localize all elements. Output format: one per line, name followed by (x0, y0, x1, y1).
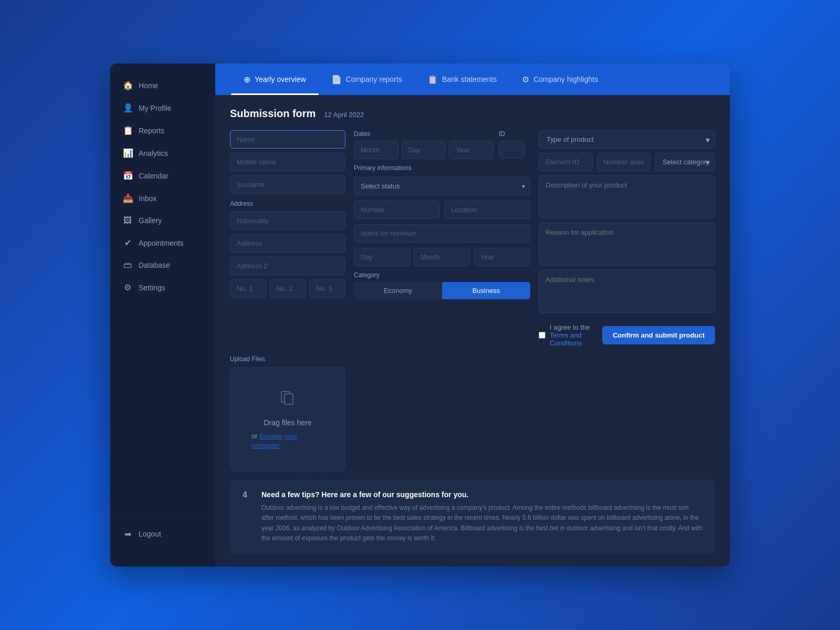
birth-date-inputs (354, 248, 530, 266)
tab-yearly-overview[interactable]: ⊕ Yearly overview (231, 64, 319, 95)
element-id-input[interactable] (539, 153, 593, 171)
upload-label: Upload Files (230, 355, 345, 363)
sidebar-item-analytics[interactable]: 📊 Analytics (110, 142, 215, 164)
upload-icon (277, 388, 298, 414)
left-column: Address (230, 130, 345, 347)
dates-id-row: Dates ID (354, 130, 530, 159)
month-input[interactable] (354, 141, 398, 159)
company-highlights-icon: ⚙ (522, 75, 529, 85)
type-select[interactable]: Type of product Digital Physical (539, 130, 715, 149)
analytics-icon: 📊 (123, 148, 132, 158)
bank-statements-icon: 📋 (427, 75, 438, 85)
terms-link[interactable]: Terms and Conditions (550, 331, 582, 347)
tab-company-highlights[interactable]: ⚙ Company highlights (509, 64, 611, 95)
yearly-overview-icon: ⊕ (244, 75, 250, 85)
address2-input[interactable] (230, 257, 345, 275)
sidebar-label-analytics: Analytics (139, 149, 168, 158)
sidebar-item-gallery[interactable]: 🖼 Gallery (110, 209, 215, 232)
category-section: Category Economy Business (354, 271, 530, 299)
no3-input[interactable] (309, 279, 345, 298)
name-input[interactable] (230, 130, 345, 149)
economy-button[interactable]: Economy (354, 282, 442, 299)
year-input[interactable] (449, 141, 494, 159)
primary-info-label: Primary informations (354, 164, 530, 172)
sidebar-item-inbox[interactable]: 📥 Inbox (110, 187, 215, 209)
upload-section: Upload Files Drag files here or Browse y… (230, 355, 345, 471)
tab-bank-statements-label: Bank statements (442, 75, 497, 83)
type-select-wrapper[interactable]: Type of product Digital Physical (539, 130, 715, 149)
nums-row (230, 279, 345, 298)
tips-number: 4 (243, 490, 253, 543)
terms-text: I agree to the Terms and Conditions (550, 323, 594, 347)
sidebar-item-home[interactable]: 🏠 Home (110, 74, 215, 97)
sidebar-item-reports[interactable]: 📋 Reports (110, 119, 215, 142)
main-content: ⊕ Yearly overview 📄 Company reports 📋 Ba… (215, 64, 730, 566)
category-buttons: Economy Business (354, 282, 530, 299)
address-section-label: Address (230, 200, 345, 207)
reason-textarea[interactable] (539, 223, 715, 266)
id-box (499, 141, 525, 159)
nationality-input[interactable] (230, 212, 345, 230)
sidebar-item-settings[interactable]: ⚙ Settings (110, 276, 215, 299)
gallery-icon: 🖼 (123, 216, 132, 225)
sidebar-label-settings: Settings (139, 284, 165, 292)
status-select-wrapper[interactable]: Select status Active Inactive (354, 177, 530, 195)
category-select[interactable]: Select category Category 1 (655, 153, 715, 171)
status-select[interactable]: Select status Active Inactive (354, 177, 530, 195)
category-label: Category (354, 271, 530, 279)
sidebar-item-calendar[interactable]: 📅 Calendar (110, 164, 215, 187)
sidebar-item-appointments[interactable]: ✔ Appointments (110, 232, 215, 254)
upload-area[interactable]: Drag files here or Browse your computer (230, 367, 345, 471)
profile-icon: 👤 (123, 103, 132, 113)
tab-company-highlights-label: Company highlights (533, 75, 598, 83)
database-icon: 🗃 (123, 260, 132, 270)
location-input[interactable] (444, 201, 530, 219)
tab-yearly-overview-label: Yearly overview (255, 75, 306, 83)
sidebar-label-inbox: Inbox (139, 194, 156, 203)
id-group: ID (499, 130, 530, 159)
cat-select-wrapper[interactable]: Select category Category 1 (655, 153, 715, 171)
browse-row: or Browse your computer (251, 431, 324, 450)
form-date: 12 April 2022 (324, 111, 364, 119)
submit-button[interactable]: Confirm and submit product (602, 326, 715, 344)
right-column: Type of product Digital Physical Select … (539, 130, 715, 347)
tab-company-reports[interactable]: 📄 Company reports (319, 64, 415, 95)
sidebar-label-appointments: Appointments (139, 239, 184, 247)
no1-input[interactable] (230, 279, 266, 298)
number-associated-input[interactable] (597, 153, 651, 171)
birth-year-input[interactable] (474, 248, 530, 266)
notes-input[interactable] (354, 224, 530, 243)
no2-input[interactable] (269, 279, 306, 298)
num-loc-row (354, 201, 530, 219)
day-input[interactable] (402, 141, 446, 159)
logout-icon: ➡ (123, 529, 132, 539)
number-input[interactable] (354, 201, 440, 219)
birth-month-input[interactable] (414, 248, 470, 266)
logout-button[interactable]: ➡ Logout (110, 523, 215, 545)
tab-bank-statements[interactable]: 📋 Bank statements (415, 64, 509, 95)
sidebar-item-database[interactable]: 🗃 Database (110, 254, 215, 276)
sidebar-item-profile[interactable]: 👤 My Profile (110, 97, 215, 119)
description-textarea[interactable] (539, 175, 715, 218)
birth-day-input[interactable] (354, 248, 411, 266)
sidebar-label-database: Database (139, 261, 170, 269)
top-nav: ⊕ Yearly overview 📄 Company reports 📋 Ba… (215, 64, 730, 95)
svg-rect-1 (285, 394, 293, 404)
dates-group: Dates (354, 130, 494, 159)
inbox-icon: 📥 (123, 193, 132, 203)
form-grid: Address Dates (230, 130, 715, 347)
terms-checkbox[interactable] (539, 332, 545, 339)
form-header: Submission form 12 April 2022 (230, 108, 715, 120)
additional-notes-textarea[interactable] (539, 270, 715, 313)
element-id-row: Select category Category 1 (539, 153, 715, 171)
address-input[interactable] (230, 234, 345, 253)
logout-label: Logout (139, 530, 161, 538)
home-icon: 🏠 (123, 80, 132, 90)
tips-section: 4 Need a few tips? Here are a few of our… (230, 480, 715, 554)
drag-text: Drag files here (264, 418, 311, 427)
surname-input[interactable] (230, 175, 345, 194)
business-button[interactable]: Business (442, 282, 530, 299)
middle-name-input[interactable] (230, 153, 345, 171)
tips-title: Need a few tips? Here are a few of our s… (261, 490, 702, 499)
appointments-icon: ✔ (123, 238, 132, 248)
